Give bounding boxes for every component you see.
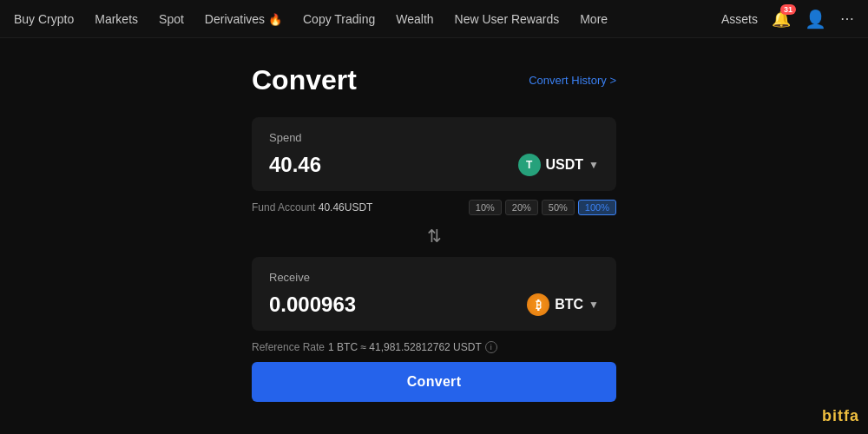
receive-amount[interactable]: 0.000963 — [269, 293, 356, 317]
nav-derivatives[interactable]: Derivatives 🔥 — [205, 12, 282, 26]
pct-10-btn[interactable]: 10% — [469, 200, 502, 215]
page-title: Convert — [252, 64, 357, 96]
more-options-icon[interactable]: ⋯ — [840, 10, 854, 27]
fund-amount: 40.46USDT — [319, 201, 373, 214]
btc-icon: ₿ — [527, 293, 549, 316]
info-icon[interactable]: i — [485, 341, 497, 353]
bell-badge: 31 — [780, 4, 796, 15]
main-content: Convert Convert History > Spend 40.46 T … — [0, 38, 868, 402]
navbar: Buy Crypto Markets Spot Derivatives 🔥 Co… — [0, 0, 868, 38]
spend-currency-name: USDT — [546, 157, 584, 173]
nav-spot[interactable]: Spot — [159, 12, 184, 26]
nav-more[interactable]: More — [580, 12, 608, 26]
convert-button[interactable]: Convert — [252, 362, 616, 402]
receive-chevron-icon: ▼ — [589, 299, 599, 311]
receive-currency-name: BTC — [555, 297, 583, 312]
nav-wealth[interactable]: Wealth — [396, 12, 433, 26]
user-icon[interactable]: 👤 — [805, 9, 826, 30]
nav-buy-crypto[interactable]: Buy Crypto — [14, 12, 74, 26]
convert-button-wrap: Convert — [252, 362, 616, 402]
nav-new-user-rewards[interactable]: New User Rewards — [455, 12, 560, 26]
receive-currency-selector[interactable]: ₿ BTC ▼ — [527, 293, 599, 316]
btc-letter: ₿ — [536, 299, 542, 312]
swap-area: ⇅ — [252, 215, 616, 257]
pct-50-btn[interactable]: 50% — [542, 200, 575, 215]
spend-card: Spend 40.46 T USDT ▼ — [252, 117, 616, 191]
bitfa-watermark: bitfa — [822, 407, 859, 425]
nav-markets[interactable]: Markets — [95, 12, 138, 26]
nav-right: Assets 🔔 31 👤 ⋯ — [721, 9, 854, 30]
receive-row: 0.000963 ₿ BTC ▼ — [269, 293, 599, 317]
pct-20-btn[interactable]: 20% — [505, 200, 538, 215]
convert-history-link[interactable]: Convert History > — [529, 74, 616, 87]
receive-card: Receive 0.000963 ₿ BTC ▼ — [252, 257, 616, 331]
pct-100-btn[interactable]: 100% — [578, 200, 616, 215]
nav-copy-trading[interactable]: Copy Trading — [303, 12, 375, 26]
fund-label: Fund Account 40.46USDT — [252, 201, 372, 214]
pct-buttons: 10% 20% 50% 100% — [469, 200, 616, 215]
spend-amount[interactable]: 40.46 — [269, 153, 321, 177]
spend-row: 40.46 T USDT ▼ — [269, 153, 599, 177]
bell-wrapper[interactable]: 🔔 31 — [772, 10, 791, 29]
spend-label: Spend — [269, 131, 599, 144]
spend-currency-selector[interactable]: T USDT ▼ — [518, 154, 599, 176]
usdt-letter: T — [526, 159, 532, 171]
fund-row: Fund Account 40.46USDT 10% 20% 50% 100% — [252, 200, 616, 215]
reference-label: Reference Rate — [252, 341, 325, 353]
reference-rate-row: Reference Rate 1 BTC ≈ 41,981.52812762 U… — [252, 341, 616, 353]
swap-icon[interactable]: ⇅ — [427, 226, 442, 247]
reference-value: 1 BTC ≈ 41,981.52812762 USDT — [328, 341, 482, 353]
spend-chevron-icon: ▼ — [589, 159, 599, 171]
assets-label[interactable]: Assets — [721, 12, 758, 26]
nav-left: Buy Crypto Markets Spot Derivatives 🔥 Co… — [14, 12, 721, 26]
usdt-icon: T — [518, 154, 541, 176]
page-header: Convert Convert History > — [252, 64, 616, 96]
receive-label: Receive — [269, 271, 599, 284]
